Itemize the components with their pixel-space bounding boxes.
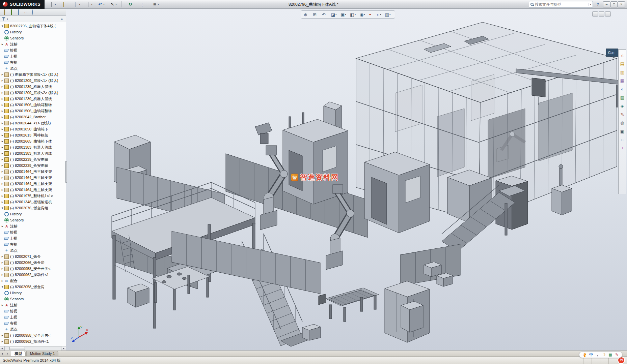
tree-item[interactable]: ▸ (-) 82002239_长安曲轴	[0, 162, 66, 169]
expand-arrow-icon[interactable]: ▸	[1, 273, 4, 276]
tree-item[interactable]: Sensors	[0, 35, 66, 41]
expand-arrow-icon[interactable]: ▸	[1, 79, 4, 82]
tree-item[interactable]: 前视	[0, 229, 66, 235]
tree-item[interactable]: 前视	[0, 308, 66, 314]
dropdown-arrow-icon[interactable]: ▾	[389, 13, 392, 16]
tree-item[interactable]: History	[0, 29, 66, 35]
expand-arrow-icon[interactable]: ▸	[1, 146, 4, 149]
tree-item[interactable]: ▸ (-) 82001850_曲轴箱下	[0, 126, 66, 132]
expand-arrow-icon[interactable]: ▸	[1, 121, 4, 125]
expand-arrow-icon[interactable]: ▸	[1, 42, 4, 46]
tree-item[interactable]: ▸ (-) 82000962_操动件<1	[0, 338, 66, 344]
scrollbar-thumb[interactable]	[9, 347, 25, 350]
dropdown-arrow-icon[interactable]: ▾	[345, 13, 348, 16]
maximize-button[interactable]: □	[610, 1, 618, 7]
expand-arrow-icon[interactable]: ▸	[1, 200, 4, 204]
expand-arrow-icon[interactable]: ▸	[1, 152, 4, 155]
tab-model[interactable]: 模型	[11, 351, 26, 356]
tree-item[interactable]: ▸ (-) 82001209_底板<1> (默认)	[0, 78, 66, 84]
tree-item[interactable]: ▸ (-) 82001464_电主轴支架	[0, 169, 66, 175]
minimize-button[interactable]: –	[603, 1, 610, 7]
dropdown-arrow-icon[interactable]: ▾	[91, 3, 94, 6]
expand-arrow-icon[interactable]: ▸	[1, 115, 4, 119]
tree-item[interactable]: ▸ 注解	[0, 223, 66, 229]
expand-arrow-icon[interactable]: ▸	[1, 334, 4, 337]
tree-item[interactable]: 前视	[0, 47, 66, 53]
tree-item[interactable]: ▸ (-) 82002071_钣金	[0, 253, 66, 260]
tree-item[interactable]: ▾ (-) 82002058_钣金房	[0, 284, 66, 290]
tree-item[interactable]: ▸ (-) 82001239_机器人管线	[0, 84, 66, 90]
expand-arrow-icon[interactable]: ▸	[1, 303, 4, 307]
tree-item[interactable]: 上视	[0, 314, 66, 320]
tree-item[interactable]: ▸ (-) 82001239_机器人管线	[0, 96, 66, 102]
tree-item[interactable]: ▸ (-) 82001348_板链输送机	[0, 199, 66, 205]
scroll-left-icon[interactable]	[0, 346, 5, 351]
tree-horizontal-scrollbar[interactable]	[0, 346, 66, 351]
tree-item[interactable]: ▾ (-) 82002076_钣金房组	[0, 205, 66, 211]
tree-item[interactable]: ▸ (-) 82002665_曲轴箱下体	[0, 138, 66, 144]
expand-arrow-icon[interactable]: ▸	[1, 164, 4, 167]
search-box[interactable]: ▾	[529, 1, 593, 7]
expand-arrow-icon[interactable]: ▸	[1, 176, 4, 179]
tree-item[interactable]: ▸ (-) 82001383_机器人管线	[0, 150, 66, 156]
scroll-right-icon[interactable]	[61, 346, 66, 351]
tree-item[interactable]: ▸ (-) 82001464_电主轴支架	[0, 181, 66, 187]
tree-item[interactable]: History	[0, 211, 66, 217]
tree-item[interactable]: 右视	[0, 59, 66, 65]
expand-arrow-icon[interactable]: ▸	[1, 255, 4, 258]
dropdown-arrow-icon[interactable]: ▾	[380, 13, 383, 16]
dropdown-arrow-icon[interactable]: ▾	[355, 13, 357, 16]
panel-splitter[interactable]	[65, 161, 67, 183]
dropdown-arrow-icon[interactable]: ▾	[79, 3, 82, 6]
expand-arrow-icon[interactable]: ▸	[1, 182, 4, 185]
expand-arrow-icon[interactable]: ▸	[1, 127, 4, 131]
tree-item[interactable]: ▸ (-) 82001209_底板<2> (默认)	[0, 90, 66, 96]
tree-item[interactable]: 右视	[0, 320, 66, 326]
dropdown-arrow-icon[interactable]: ▾	[335, 13, 338, 16]
expand-arrow-icon[interactable]: ▸	[1, 73, 4, 76]
expand-arrow-icon[interactable]: ▸	[1, 85, 4, 88]
expand-arrow-icon[interactable]: ▸	[1, 340, 4, 343]
tree-item[interactable]: ▸ 注解	[0, 302, 66, 308]
dropdown-arrow-icon[interactable]: ▾	[103, 3, 106, 6]
dropdown-arrow-icon[interactable]: ▾	[115, 3, 118, 6]
tree-item[interactable]: 右视	[0, 241, 66, 247]
tree-item[interactable]: Sensors	[0, 217, 66, 223]
filter-icon[interactable]	[2, 17, 6, 21]
expand-arrow-icon[interactable]: ▾	[1, 206, 4, 210]
tree-item[interactable]: 上视	[0, 53, 66, 59]
tree-item[interactable]: ▸ (-) 82001506_曲轴箱翻转	[0, 108, 66, 114]
tree-item[interactable]: ▸ (-) 82001975_翻转机1<1>	[0, 193, 66, 199]
expand-arrow-icon[interactable]: ▸	[1, 224, 4, 228]
tree-item[interactable]: ▸ (-) 82002642_Brother	[0, 114, 66, 120]
tree-item[interactable]: ▾ 82002796_曲轴箱下体A线 (	[0, 23, 66, 29]
solidworks-logo[interactable]: SOLIDWORKS	[0, 0, 45, 9]
tree-item[interactable]: 原点	[0, 326, 66, 332]
tree-item[interactable]: 原点	[0, 247, 66, 253]
tree-item[interactable]: ▸ (-) 82001464_电主轴支架	[0, 175, 66, 181]
expand-arrow-icon[interactable]: ▸	[1, 158, 4, 161]
expand-arrow-icon[interactable]: ▸	[1, 103, 4, 107]
tree-item[interactable]: ▸ (-) 82000958_安全开关<	[0, 266, 66, 272]
expand-arrow-icon[interactable]: ▾	[1, 285, 4, 289]
dropdown-arrow-icon[interactable]: ▾	[55, 3, 57, 6]
expand-arrow-icon[interactable]: ▸	[1, 279, 4, 282]
tree-item[interactable]: ▸ (-) 82001464_电主轴支架	[0, 187, 66, 193]
panel-expand-chevron[interactable]: »	[59, 17, 64, 21]
tree-item[interactable]: 原点	[0, 65, 66, 71]
tree-item[interactable]: ▸ (-) 82002613_两种框架	[0, 132, 66, 138]
tree-item[interactable]: ▸ (-) 82002644_<1> (默认)	[0, 120, 66, 126]
tree-item[interactable]: ▸ (-) 82000962_操动件<1	[0, 272, 66, 278]
expand-arrow-icon[interactable]: ▸	[1, 109, 4, 113]
expand-arrow-icon[interactable]: ▸	[1, 261, 4, 264]
search-input[interactable]	[535, 2, 587, 6]
expand-arrow-icon[interactable]: ▸	[1, 267, 4, 270]
tree-item[interactable]: ▸ 注解	[0, 41, 66, 47]
expand-arrow-icon[interactable]: ▸	[1, 97, 4, 100]
dropdown-arrow-icon[interactable]: ▾	[364, 13, 366, 16]
search-dropdown-icon[interactable]: ▾	[589, 3, 591, 6]
tree-item[interactable]: ▸ (-) 82001383_机器人管线	[0, 144, 66, 150]
dropdown-arrow-icon[interactable]: ▾	[158, 3, 160, 6]
help-button[interactable]: ?	[595, 1, 601, 7]
tab-scroll-right-icon[interactable]	[5, 351, 10, 356]
